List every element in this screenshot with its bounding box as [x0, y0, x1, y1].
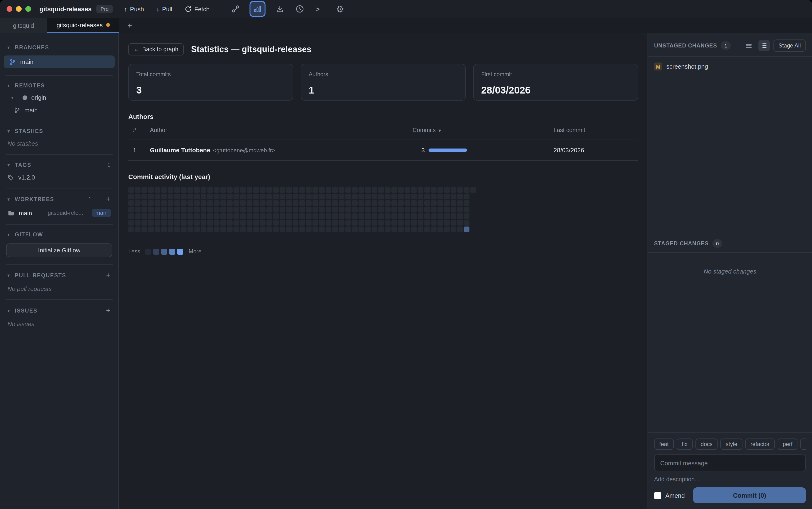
statistics-icon[interactable]	[249, 1, 266, 17]
activity-cell	[332, 194, 338, 199]
commit-type-chip-feat[interactable]: feat	[654, 439, 674, 450]
history-clock-icon[interactable]	[294, 2, 306, 15]
activity-cell	[168, 194, 173, 199]
push-button[interactable]: ↑ Push	[124, 5, 144, 12]
author-row[interactable]: 1 Guillaume Tuttobene<gtuttobene@mdweb.f…	[128, 140, 638, 161]
activity-cell	[135, 194, 141, 199]
pull-button[interactable]: ↓ Pull	[156, 5, 172, 12]
legend-swatch-2	[162, 248, 168, 254]
activity-cell	[227, 227, 233, 232]
activity-cell	[431, 194, 436, 199]
activity-cell	[358, 194, 364, 199]
fetch-refresh-icon	[184, 5, 191, 12]
tab-bar: gitsquid gitsquid-releases +	[0, 18, 812, 33]
add-pull-request-button[interactable]: +	[106, 272, 111, 279]
activity-cell	[280, 194, 285, 199]
worktrees-count: 1	[89, 196, 92, 203]
worktrees-section-header[interactable]: ▾ WORKTREES 1 +	[0, 196, 118, 203]
zoom-window-button[interactable]	[25, 6, 31, 12]
commit-message-input[interactable]	[654, 454, 806, 471]
gitflow-section-header[interactable]: ▾ GITFLOW	[0, 232, 118, 237]
modified-dot-icon	[106, 23, 110, 27]
commit-activity-grid	[128, 187, 638, 232]
sidebar-item-remote-origin[interactable]: ▾ origin	[0, 94, 118, 101]
activity-cell	[306, 207, 312, 212]
commit-type-chip-perf[interactable]: perf	[778, 439, 798, 450]
add-worktree-button[interactable]: +	[106, 196, 111, 203]
fetch-button[interactable]: Fetch	[184, 5, 210, 12]
activity-cell	[444, 220, 450, 226]
stashes-section-header[interactable]: ▾ STASHES	[0, 128, 118, 134]
close-window-button[interactable]	[7, 6, 12, 12]
activity-cell	[352, 200, 358, 206]
initialize-gitflow-button[interactable]: Initialize Gitflow	[6, 243, 112, 257]
pull-requests-section-header[interactable]: ▾ PULL REQUESTS +	[0, 272, 118, 279]
activity-cell	[253, 213, 259, 219]
activity-cell	[378, 213, 384, 219]
activity-cell	[345, 207, 351, 212]
sidebar-item-branch-main[interactable]: main	[4, 56, 115, 68]
activity-cell	[352, 187, 358, 193]
tags-section-header[interactable]: ▾ TAGS 1	[0, 162, 118, 168]
commit-button[interactable]: Commit (0)	[693, 487, 806, 503]
activity-cell	[280, 220, 285, 226]
commit-type-chip-refactor[interactable]: refactor	[745, 439, 775, 450]
activity-cell	[411, 187, 417, 193]
stage-all-button[interactable]: Stage All	[773, 39, 806, 52]
activity-cell	[404, 213, 410, 219]
sidebar-item-worktree-main[interactable]: main gitsquid-rele... main	[0, 209, 118, 217]
activity-cell	[214, 187, 219, 193]
commit-type-chip-docs[interactable]: docs	[696, 439, 718, 450]
activity-cell	[194, 200, 200, 206]
add-description-link[interactable]: Add description...	[654, 476, 806, 483]
download-icon[interactable]	[274, 2, 286, 15]
activity-cell	[207, 220, 213, 226]
add-issue-button[interactable]: +	[106, 307, 111, 314]
unstaged-file-screenshot[interactable]: M screenshot.png	[648, 57, 812, 76]
commit-type-chip-fix[interactable]: fix	[677, 439, 693, 450]
activity-cell	[187, 213, 193, 219]
commit-type-chip-test[interactable]: test	[801, 439, 806, 450]
activity-cell	[437, 187, 443, 193]
activity-cell	[267, 213, 272, 219]
activity-cell	[253, 200, 259, 206]
commit-type-chip-style[interactable]: style	[720, 439, 742, 450]
col-commits[interactable]: Commits▼	[413, 127, 554, 133]
tab-gitsquid[interactable]: gitsquid	[0, 18, 47, 33]
minimize-window-button[interactable]	[16, 6, 22, 12]
amend-checkbox[interactable]	[654, 492, 661, 499]
list-view-icon[interactable]	[743, 40, 754, 51]
activity-cell	[220, 194, 226, 199]
legend-less-label: Less	[128, 248, 140, 255]
issues-section-header[interactable]: ▾ ISSUES +	[0, 307, 118, 314]
activity-legend: Less More	[128, 248, 638, 255]
activity-cell	[293, 227, 298, 232]
activity-cell	[339, 200, 345, 206]
activity-cell	[247, 200, 252, 206]
back-to-graph-button[interactable]: ← Back to graph	[128, 43, 183, 56]
app-window: gitsquid-releases Pro ↑ Push ↓ Pull Fetc…	[0, 0, 812, 509]
activity-cell	[306, 227, 312, 232]
tree-view-icon[interactable]	[758, 40, 770, 51]
graph-view-icon[interactable]	[229, 2, 242, 15]
col-last-commit: Last commit	[554, 127, 633, 133]
terminal-icon[interactable]: >_	[314, 2, 326, 15]
activity-cell	[319, 227, 325, 232]
activity-cell	[168, 220, 173, 226]
settings-gear-icon[interactable]: ⚙	[334, 2, 346, 15]
sidebar-item-tag-v120[interactable]: v1.2.0	[0, 174, 118, 181]
branches-section-header[interactable]: ▾ BRANCHES	[0, 45, 118, 50]
activity-cell	[313, 213, 318, 219]
activity-cell	[247, 194, 252, 199]
activity-cell	[207, 207, 213, 212]
tab-gitsquid-releases[interactable]: gitsquid-releases	[47, 18, 119, 33]
activity-cell	[148, 227, 154, 232]
remotes-section-header[interactable]: ▾ REMOTES	[0, 83, 118, 88]
new-tab-button[interactable]: +	[119, 18, 140, 33]
sidebar-item-remote-main[interactable]: main	[0, 107, 118, 114]
author-rank: 1	[133, 147, 150, 154]
activity-cell	[411, 194, 417, 199]
activity-cell	[148, 213, 154, 219]
activity-cell	[464, 207, 469, 212]
activity-cell	[457, 220, 463, 226]
